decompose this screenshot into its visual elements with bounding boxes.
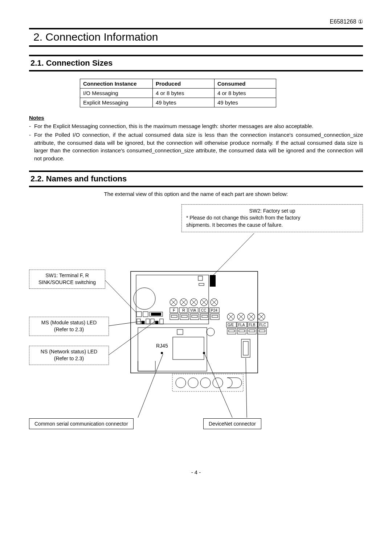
rule [29, 55, 363, 56]
svg-line-52 [249, 314, 254, 319]
svg-rect-2 [210, 275, 216, 287]
svg-text:CC: CC [201, 308, 206, 312]
sw1-line2: SINK/SOURCE switching [33, 279, 101, 286]
svg-line-11 [171, 300, 176, 305]
doc-number: E6581268 ① [29, 18, 363, 25]
chapter-title: 2. Connection Information [29, 31, 363, 43]
svg-rect-82 [173, 337, 204, 360]
svg-rect-66 [229, 330, 234, 332]
svg-rect-38 [181, 315, 187, 317]
svg-rect-1 [136, 275, 209, 324]
callout-common-conn: Common serial communication connector [29, 418, 134, 429]
svg-text:RJ45: RJ45 [156, 343, 168, 349]
callout-ms-led: MS (Module status) LED (Refer to 2.3) [29, 317, 109, 336]
svg-rect-67 [237, 328, 246, 334]
svg-point-91 [200, 378, 211, 388]
svg-line-53 [249, 314, 254, 319]
svg-rect-37 [180, 314, 189, 320]
svg-rect-73 [137, 319, 140, 324]
svg-rect-43 [211, 314, 219, 320]
svg-rect-80 [177, 329, 183, 335]
svg-point-48 [237, 313, 245, 320]
svg-rect-39 [190, 314, 199, 320]
svg-line-14 [181, 300, 186, 305]
svg-rect-26 [179, 308, 187, 313]
td: 49 bytes [215, 98, 276, 107]
svg-rect-27 [189, 308, 198, 313]
svg-text:VIA: VIA [190, 308, 196, 312]
svg-rect-3 [198, 276, 203, 280]
svg-rect-57 [226, 322, 236, 327]
th-consumed: Consumed [215, 79, 276, 89]
ms-line2: (Refer to 2.3) [33, 326, 105, 333]
svg-text:FLB: FLB [249, 323, 256, 327]
svg-rect-76 [151, 319, 154, 324]
svg-point-10 [170, 299, 177, 306]
svg-rect-69 [248, 328, 256, 334]
td: Explicit Messaging [80, 98, 153, 107]
svg-rect-71 [258, 328, 266, 334]
svg-point-84 [161, 352, 163, 354]
svg-line-56 [259, 314, 264, 319]
callout-devicenet-conn: DeviceNet connector [203, 418, 261, 429]
svg-line-23 [212, 300, 217, 305]
svg-point-19 [200, 299, 208, 306]
td: I/O Messaging [80, 89, 153, 98]
svg-line-15 [181, 300, 186, 305]
svg-rect-78 [160, 319, 163, 324]
svg-rect-86 [241, 339, 250, 357]
svg-line-20 [201, 300, 207, 305]
svg-rect-44 [212, 315, 218, 317]
svg-rect-40 [192, 315, 197, 317]
svg-point-16 [190, 299, 197, 306]
svg-line-97 [138, 354, 163, 418]
svg-line-96 [109, 321, 155, 355]
svg-point-54 [258, 313, 265, 320]
svg-rect-9 [151, 313, 161, 316]
svg-text:P24: P24 [211, 308, 217, 312]
svg-rect-58 [237, 322, 247, 327]
connection-sizes-table: Connection Instance Produced Consumed I/… [80, 79, 276, 107]
svg-line-17 [191, 300, 196, 305]
svg-rect-75 [146, 319, 150, 324]
rule [29, 186, 363, 187]
svg-rect-29 [210, 308, 219, 313]
svg-rect-4 [199, 283, 204, 286]
svg-rect-65 [227, 328, 236, 334]
sw2-line1: SW2: Factory set up [186, 208, 358, 215]
svg-rect-35 [170, 314, 179, 320]
svg-point-90 [188, 378, 198, 388]
sw1-line1: SW1: Terminal F, R [33, 272, 101, 279]
svg-line-18 [191, 300, 196, 305]
svg-rect-60 [258, 322, 268, 327]
svg-rect-87 [243, 341, 248, 355]
svg-point-89 [176, 378, 186, 388]
note-1: For the Explicit Messaging connection, t… [34, 122, 314, 130]
svg-point-81 [207, 328, 215, 336]
callout-sw1: SW1: Terminal F, R SINK/SOURCE switching [29, 270, 105, 289]
svg-rect-72 [259, 330, 265, 332]
sw2-line2: * Please do not change this switch from … [186, 214, 358, 222]
svg-rect-8 [150, 312, 163, 316]
svg-point-13 [180, 299, 187, 306]
svg-point-22 [211, 299, 218, 306]
svg-text:FLA: FLA [238, 323, 245, 327]
sw2-line3: shipments. It becomes the cause of failu… [186, 222, 358, 229]
svg-line-47 [228, 314, 233, 319]
svg-text:R: R [182, 308, 185, 312]
svg-rect-0 [131, 271, 258, 373]
svg-line-99 [246, 358, 247, 418]
svg-point-5 [134, 288, 155, 309]
ns-line1: NS (Network status) LED [33, 348, 105, 356]
svg-line-46 [228, 314, 233, 319]
svg-rect-28 [200, 308, 208, 313]
svg-rect-77 [155, 321, 158, 324]
section-title-1: 2.1. Connection Sizes [29, 58, 363, 68]
notes-list: -For the Explicit Messaging connection, … [29, 122, 363, 163]
svg-rect-74 [142, 321, 144, 324]
td: 4 or 8 bytes [215, 89, 276, 98]
svg-point-45 [227, 313, 234, 320]
svg-line-21 [201, 300, 207, 305]
svg-line-12 [171, 300, 176, 305]
page-number: - 4 - [29, 469, 363, 475]
